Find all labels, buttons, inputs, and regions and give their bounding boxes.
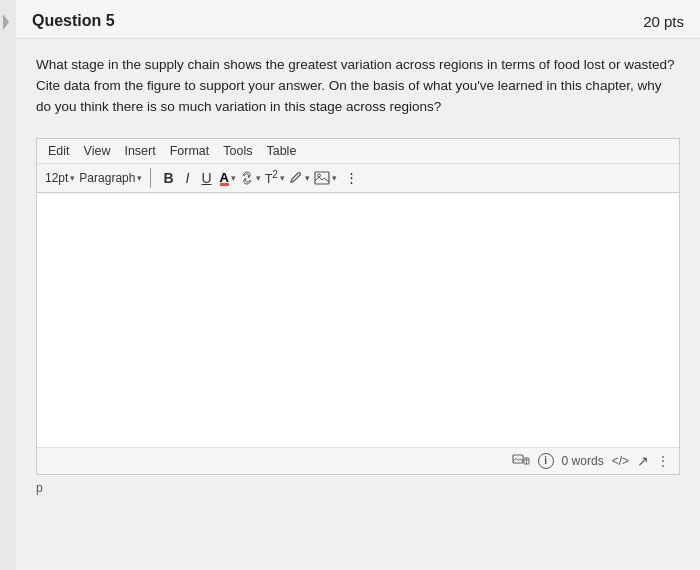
expand-button[interactable]: ↗ [637,453,649,469]
bold-label: B [163,170,173,186]
toolbar-divider [150,168,151,188]
code-view-button[interactable]: </> [612,454,629,468]
bold-button[interactable]: B [159,168,177,188]
code-label: </> [612,454,629,468]
color-a-area[interactable]: A ▾ [220,170,236,185]
status-bar: i 0 words </> ↗ ⋮ [37,447,679,474]
question-title: Question 5 [32,12,115,30]
color-a-icon: A [220,170,229,185]
question-header: Question 5 20 pts [16,0,700,39]
edit-icon-chevron: ▾ [305,173,310,183]
svg-rect-0 [315,172,329,184]
word-count: 0 words [562,454,604,468]
menu-tools[interactable]: Tools [220,143,255,159]
color-a-chevron: ▾ [231,173,236,183]
menu-insert[interactable]: Insert [121,143,158,159]
left-tab-indicator [3,14,13,30]
edit-icon-area[interactable]: ▾ [289,171,310,185]
question-text: What stage in the supply chain shows the… [36,55,680,118]
editor-textarea[interactable] [37,193,679,443]
paragraph-value: Paragraph [79,171,135,185]
expand-icon: ↗ [637,453,649,469]
svg-rect-2 [513,455,523,463]
more-options-icon: ⋮ [345,170,358,185]
link-icon [240,171,254,185]
left-tab [0,0,16,570]
superscript-chevron: ▾ [280,173,285,183]
image-icon [314,171,330,185]
status-img-icon [512,454,530,468]
font-size-value: 12pt [45,171,68,185]
italic-label: I [186,170,190,186]
pencil-icon [289,171,303,185]
font-size-chevron: ▾ [70,173,75,183]
status-dots[interactable]: ⋮ [657,454,669,468]
toolbar: 12pt ▾ Paragraph ▾ B I [37,164,679,193]
menu-bar: Edit View Insert Format Tools Table [37,139,679,164]
paragraph-select[interactable]: Paragraph ▾ [79,171,142,185]
status-dots-icon: ⋮ [657,454,669,468]
editor-container: Edit View Insert Format Tools Table 12pt… [36,138,680,475]
italic-button[interactable]: I [182,168,194,188]
link-chevron: ▾ [256,173,261,183]
info-circle-icon: i [538,453,554,469]
status-image-icon[interactable] [512,454,530,468]
more-options-button[interactable]: ⋮ [341,168,362,187]
superscript-label: T2 [265,169,278,186]
superscript-area[interactable]: T2 ▾ [265,169,285,186]
bottom-bar: p [16,475,700,501]
underline-label: U [201,170,211,186]
image-icon-chevron: ▾ [332,173,337,183]
font-size-select[interactable]: 12pt ▾ [45,171,75,185]
color-underline [220,183,229,186]
menu-edit[interactable]: Edit [45,143,73,159]
link-area[interactable]: ▾ [240,171,261,185]
menu-view[interactable]: View [81,143,114,159]
paragraph-indicator: p [36,481,43,495]
status-info-icon[interactable]: i [538,453,554,469]
image-icon-area[interactable]: ▾ [314,171,337,185]
menu-table[interactable]: Table [263,143,299,159]
question-body: What stage in the supply chain shows the… [16,39,700,128]
page-container: Question 5 20 pts What stage in the supp… [0,0,700,570]
menu-format[interactable]: Format [167,143,213,159]
underline-button[interactable]: U [197,168,215,188]
paragraph-chevron: ▾ [137,173,142,183]
question-points: 20 pts [643,13,684,30]
